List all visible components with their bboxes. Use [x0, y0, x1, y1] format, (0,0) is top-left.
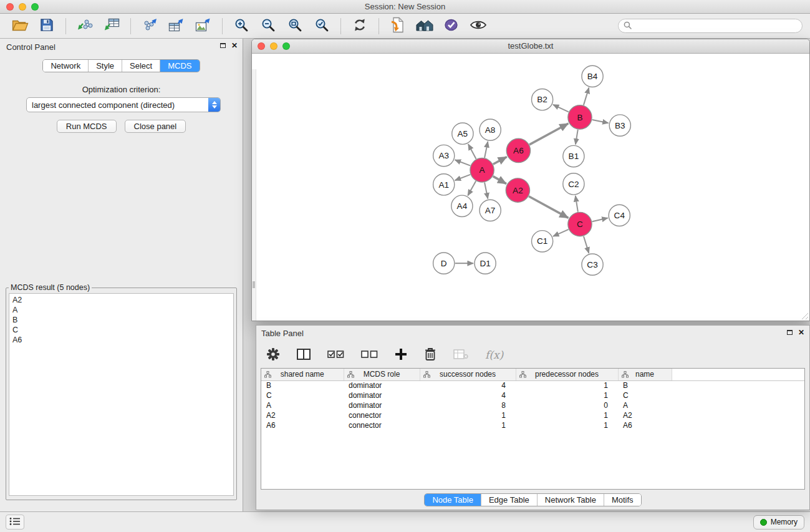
table-cell[interactable]: A — [261, 400, 344, 410]
tab-style[interactable]: Style — [88, 60, 122, 72]
node-A7[interactable]: A7 — [480, 200, 501, 221]
edge-A-A1[interactable] — [455, 175, 471, 180]
minimize-view-button[interactable] — [270, 42, 277, 50]
tab-network-table[interactable]: Network Table — [537, 494, 604, 506]
table-cell[interactable]: C — [261, 390, 344, 400]
tab-select[interactable]: Select — [122, 60, 160, 72]
edge-A2-C[interactable] — [529, 196, 568, 218]
table-cell[interactable]: 1 — [420, 420, 516, 430]
node-B1[interactable]: B1 — [563, 145, 584, 167]
table-cell[interactable]: 4 — [420, 380, 516, 390]
result-item[interactable]: B — [12, 315, 230, 325]
edge-A6-B[interactable] — [529, 123, 568, 145]
edge-A-A4[interactable] — [468, 181, 476, 195]
close-table-panel-icon[interactable]: ✕ — [798, 329, 804, 336]
task-history-button[interactable] — [6, 515, 24, 530]
edge-A-A5[interactable] — [468, 144, 476, 159]
tab-mcds[interactable]: MCDS — [160, 60, 199, 72]
result-item[interactable]: A — [12, 305, 230, 315]
add-row-button[interactable] — [395, 346, 407, 364]
search-input[interactable] — [635, 22, 797, 31]
purple-check-button[interactable] — [439, 16, 464, 36]
edge-A-A8[interactable] — [485, 142, 488, 158]
column-header-shared-name[interactable]: shared name — [261, 369, 344, 380]
edge-C-C4[interactable] — [592, 218, 608, 222]
table-cell[interactable]: 0 — [516, 400, 618, 410]
close-panel-icon[interactable]: ✕ — [231, 42, 238, 49]
zoom-selected-button[interactable] — [309, 16, 334, 36]
search-field[interactable] — [618, 19, 803, 33]
zoom-fit-button[interactable] — [282, 16, 307, 36]
table-cell[interactable]: A2 — [618, 410, 672, 420]
edge-C-C3[interactable] — [584, 236, 589, 253]
table-row[interactable]: A6connector11A6 — [261, 420, 804, 430]
edge-B-B4[interactable] — [584, 88, 589, 105]
import-table-button[interactable] — [99, 16, 124, 36]
table-cell[interactable]: A2 — [261, 410, 344, 420]
table-cell[interactable]: A6 — [618, 420, 672, 430]
export-table-button[interactable] — [164, 16, 189, 36]
table-cell[interactable]: A — [618, 400, 672, 410]
export-network-button[interactable] — [137, 16, 162, 36]
table-cell[interactable]: dominator — [344, 380, 420, 390]
table-cell[interactable]: 1 — [516, 410, 618, 420]
table-cell[interactable]: 1 — [516, 420, 618, 430]
import-network-button[interactable] — [72, 16, 97, 36]
node-A8[interactable]: A8 — [480, 119, 501, 140]
table-cell[interactable]: 4 — [420, 390, 516, 400]
network-window-titlebar[interactable]: testGlobe.txt — [252, 39, 809, 54]
memory-button[interactable]: Memory — [753, 515, 804, 530]
node-A[interactable]: A — [470, 158, 494, 182]
edge-C-C1[interactable] — [553, 230, 569, 236]
close-view-button[interactable] — [258, 42, 265, 50]
table-row[interactable]: Bdominator41B — [261, 380, 804, 390]
tab-edge-table[interactable]: Edge Table — [481, 494, 537, 506]
apply-layout-button[interactable] — [347, 16, 372, 36]
table-row[interactable]: Adominator80A — [261, 400, 804, 410]
open-session-button[interactable] — [7, 16, 32, 36]
edge-A-A6[interactable] — [493, 157, 507, 164]
node-D1[interactable]: D1 — [475, 253, 496, 274]
float-table-panel-icon[interactable] — [787, 330, 793, 335]
table-cell[interactable]: A6 — [261, 420, 344, 430]
node-B[interactable]: B — [568, 105, 592, 129]
network-canvas[interactable]: B4B2BB3A5A8A6A3B1AA1C2A2A4A7C4CC1DD1C3 — [252, 54, 809, 321]
table-cell[interactable]: dominator — [344, 400, 420, 410]
close-window-button[interactable] — [6, 3, 14, 11]
tab-motifs[interactable]: Motifs — [604, 494, 641, 506]
delete-row-button[interactable] — [424, 346, 436, 364]
document-arrow-button[interactable] — [385, 16, 410, 36]
eye-button[interactable] — [466, 16, 491, 36]
table-cell[interactable]: 1 — [516, 380, 618, 390]
table-cell[interactable]: B — [261, 380, 344, 390]
column-header-name[interactable]: name — [618, 369, 672, 380]
unselect-all-button[interactable] — [361, 346, 378, 364]
optimization-criterion-select[interactable]: largest connected component (directed) — [26, 97, 221, 112]
function-builder-button[interactable]: f(x) — [485, 349, 503, 361]
edge-B-B2[interactable] — [553, 105, 569, 112]
float-panel-icon[interactable] — [220, 43, 226, 48]
edge-C-C2[interactable] — [576, 196, 578, 212]
node-C4[interactable]: C4 — [609, 205, 630, 226]
table-cell[interactable]: connector — [344, 410, 420, 420]
settings-button[interactable] — [266, 346, 280, 364]
column-header-successor-nodes[interactable]: successor nodes — [420, 369, 516, 380]
result-item[interactable]: A6 — [12, 335, 230, 345]
node-A3[interactable]: A3 — [433, 145, 455, 166]
column-header-mcds-role[interactable]: MCDS role — [344, 369, 420, 380]
maximize-window-button[interactable] — [31, 3, 39, 11]
node-A4[interactable]: A4 — [451, 195, 473, 216]
table-cell[interactable]: 1 — [420, 410, 516, 420]
homes-button[interactable] — [412, 16, 437, 36]
edge-B-B3[interactable] — [592, 120, 609, 123]
node-B3[interactable]: B3 — [609, 115, 630, 136]
result-item[interactable]: C — [12, 325, 230, 335]
tab-node-table[interactable]: Node Table — [425, 494, 481, 506]
table-cell[interactable]: 1 — [516, 390, 618, 400]
close-panel-button[interactable]: Close panel — [125, 120, 186, 133]
tab-network[interactable]: Network — [43, 60, 88, 72]
node-C1[interactable]: C1 — [532, 231, 553, 252]
table-cell[interactable]: C — [618, 390, 672, 400]
zoom-in-button[interactable] — [229, 16, 254, 36]
table-row[interactable]: A2connector11A2 — [261, 410, 804, 420]
